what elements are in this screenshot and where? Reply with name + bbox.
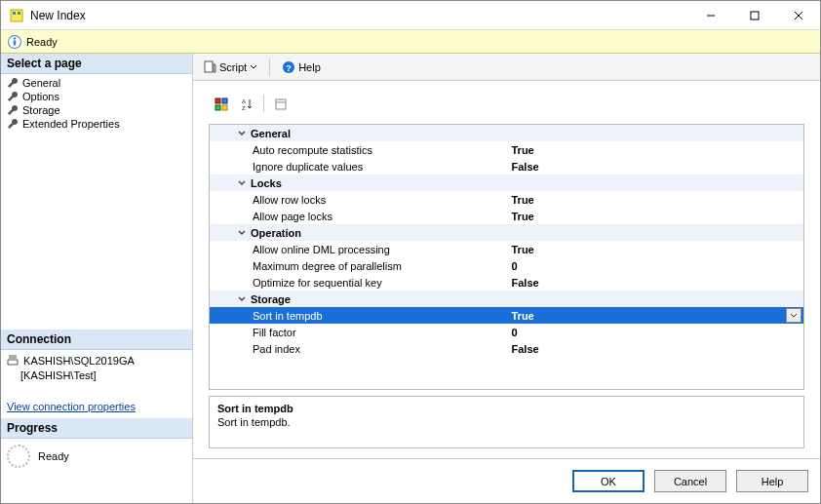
svg-rect-4 <box>751 12 759 19</box>
page-list: General Options Storage Extended Propert… <box>1 74 192 133</box>
ok-button[interactable]: OK <box>572 470 645 492</box>
svg-rect-14 <box>215 98 220 103</box>
dialog-footer: OK Cancel Help <box>193 458 820 503</box>
new-index-dialog: New Index Ready Select a page General Op… <box>0 0 821 504</box>
svg-rect-2 <box>18 12 20 15</box>
svg-point-9 <box>14 37 16 39</box>
property-row[interactable]: Auto recompute statisticsTrue <box>210 141 803 158</box>
progress-text: Ready <box>38 450 69 462</box>
main-toolbar: Script ? Help <box>193 54 820 81</box>
wrench-icon <box>7 118 19 130</box>
progress-header: Progress <box>1 418 192 439</box>
property-row[interactable]: Allow page locksTrue <box>210 208 803 224</box>
svg-rect-20 <box>276 99 286 109</box>
select-page-header: Select a page <box>1 54 192 74</box>
category-row[interactable]: Operation <box>210 224 803 241</box>
page-item-extended[interactable]: Extended Properties <box>1 117 192 131</box>
help-icon: ? <box>282 60 295 74</box>
page-item-options[interactable]: Options <box>1 90 192 103</box>
chevron-down-icon[interactable] <box>237 294 247 304</box>
chevron-down-icon <box>250 63 257 71</box>
svg-rect-16 <box>215 105 220 110</box>
cancel-button[interactable]: Cancel <box>654 470 726 492</box>
description-text: Sort in tempdb. <box>217 416 796 428</box>
svg-rect-15 <box>222 98 227 103</box>
status-text: Ready <box>26 36 58 48</box>
view-connection-link[interactable]: View connection properties <box>7 401 186 412</box>
page-item-general[interactable]: General <box>1 76 192 90</box>
property-grid-toolbar: AZ <box>209 95 804 118</box>
svg-rect-10 <box>14 40 16 45</box>
close-button[interactable] <box>776 1 820 29</box>
description-panel: Sort in tempdb Sort in tempdb. <box>209 396 804 448</box>
property-row[interactable]: Sort in tempdbTrue <box>210 307 803 324</box>
property-grid[interactable]: GeneralAuto recompute statisticsTrueIgno… <box>209 124 804 390</box>
maximize-button[interactable] <box>732 1 776 29</box>
titlebar: New Index <box>1 1 820 30</box>
progress-spinner-icon <box>7 445 30 468</box>
info-icon <box>7 34 22 50</box>
category-row[interactable]: General <box>210 125 803 141</box>
help-button[interactable]: ? Help <box>278 58 325 76</box>
svg-text:?: ? <box>286 62 292 72</box>
svg-rect-0 <box>11 10 22 21</box>
property-row[interactable]: Pad indexFalse <box>210 340 803 357</box>
svg-rect-17 <box>222 105 227 110</box>
category-row[interactable]: Storage <box>210 291 803 307</box>
dropdown-button[interactable] <box>786 308 801 323</box>
property-pages-button[interactable] <box>270 95 292 114</box>
server-icon <box>7 354 20 366</box>
connection-header: Connection <box>1 330 192 350</box>
category-row[interactable]: Locks <box>210 174 803 191</box>
window-title: New Index <box>30 9 688 22</box>
property-row[interactable]: Ignore duplicate valuesFalse <box>210 158 803 174</box>
chevron-down-icon[interactable] <box>237 178 247 188</box>
app-icon <box>9 8 24 23</box>
wrench-icon <box>7 77 19 89</box>
minimize-button[interactable] <box>688 1 732 29</box>
chevron-down-icon[interactable] <box>237 228 247 238</box>
page-item-storage[interactable]: Storage <box>1 103 192 117</box>
description-title: Sort in tempdb <box>217 403 796 414</box>
sidebar: Select a page General Options Storage Ex… <box>1 54 193 503</box>
status-bar: Ready <box>1 30 820 54</box>
alphabetical-button[interactable]: AZ <box>236 95 257 114</box>
property-row[interactable]: Maximum degree of parallelism0 <box>210 257 803 274</box>
categorized-button[interactable] <box>211 95 232 114</box>
main-panel: Script ? Help AZ GeneralAuto recompute s… <box>193 54 820 503</box>
connection-info: KASHISH\SQL2019GA [KASHISH\Test] <box>1 350 192 387</box>
property-row[interactable]: Fill factor0 <box>210 324 803 340</box>
property-row[interactable]: Allow row locksTrue <box>210 191 803 208</box>
help-button[interactable]: Help <box>736 470 808 492</box>
wrench-icon <box>7 104 19 116</box>
property-row[interactable]: Allow online DML processingTrue <box>210 241 803 257</box>
svg-text:Z: Z <box>242 105 246 111</box>
svg-rect-1 <box>13 12 16 15</box>
script-button[interactable]: Script <box>199 58 261 76</box>
svg-rect-11 <box>205 61 213 72</box>
wrench-icon <box>7 91 19 102</box>
property-row[interactable]: Optimize for sequential keyFalse <box>210 274 803 291</box>
svg-text:A: A <box>242 98 246 104</box>
chevron-down-icon[interactable] <box>237 129 247 138</box>
script-icon <box>203 60 216 74</box>
